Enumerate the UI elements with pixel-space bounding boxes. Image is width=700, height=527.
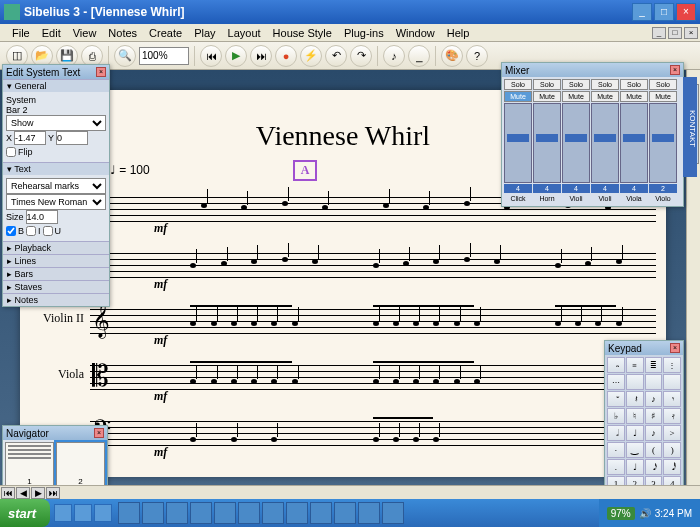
navigator-page-2[interactable]: 2 <box>56 442 105 488</box>
taskbar-item[interactable] <box>382 502 404 524</box>
keypad-tab[interactable]: 𝅝 <box>607 357 625 373</box>
color-button[interactable]: 🎨 <box>441 45 463 67</box>
taskbar-item[interactable] <box>166 502 188 524</box>
volume-fader[interactable] <box>504 103 532 183</box>
menu-edit[interactable]: Edit <box>36 25 67 41</box>
flip-checkbox[interactable] <box>6 147 16 157</box>
quicklaunch-desktop-icon[interactable] <box>94 504 112 522</box>
section-bars[interactable]: ▸ Bars <box>3 267 109 280</box>
parts-button[interactable]: ⎯ <box>408 45 430 67</box>
keypad-button[interactable]: 𝄾 <box>663 391 681 407</box>
taskbar-item[interactable] <box>142 502 164 524</box>
keypad-button[interactable]: ♩ <box>626 459 644 475</box>
menu-window[interactable]: Window <box>390 25 441 41</box>
solo-button[interactable]: Solo <box>591 79 619 90</box>
page-next-button[interactable]: ▶ <box>31 487 45 499</box>
keypad-button[interactable]: 𝅗𝅥 <box>607 425 625 441</box>
zoom-button[interactable]: 🔍 <box>114 45 136 67</box>
flexi-button[interactable]: ⚡ <box>300 45 322 67</box>
staff-cello[interactable]: Violoncello 𝄢 mf <box>90 409 656 465</box>
taskbar-item[interactable] <box>310 502 332 524</box>
redo-button[interactable]: ↷ <box>350 45 372 67</box>
keypad-button[interactable]: ♪ <box>645 391 663 407</box>
forward-button[interactable]: ⏭ <box>250 45 272 67</box>
keypad-button[interactable]: 𝅘𝅥𝅰 <box>663 459 681 475</box>
mute-button[interactable]: Mute <box>591 91 619 102</box>
keypad-button[interactable]: 𝄻 <box>607 391 625 407</box>
close-button[interactable]: × <box>676 3 696 21</box>
italic-checkbox[interactable] <box>26 226 36 236</box>
keypad-button[interactable]: ♯ <box>645 408 663 424</box>
navigator-page-1[interactable]: 1 <box>5 442 54 488</box>
rewind-button[interactable]: ⏮ <box>200 45 222 67</box>
panel-close-button[interactable]: × <box>96 67 106 77</box>
volume-fader[interactable] <box>562 103 590 183</box>
solo-button[interactable]: Solo <box>620 79 648 90</box>
x-input[interactable] <box>14 131 46 145</box>
keypad-button[interactable]: > <box>663 425 681 441</box>
quicklaunch-ie-icon[interactable] <box>54 504 72 522</box>
underline-checkbox[interactable] <box>43 226 53 236</box>
taskbar-item[interactable] <box>118 502 140 524</box>
page-first-button[interactable]: ⏮ <box>1 487 15 499</box>
menu-view[interactable]: View <box>67 25 103 41</box>
taskbar-item[interactable] <box>262 502 284 524</box>
solo-button[interactable]: Solo <box>504 79 532 90</box>
menu-layout[interactable]: Layout <box>222 25 267 41</box>
menu-notes[interactable]: Notes <box>102 25 143 41</box>
menu-house-style[interactable]: House Style <box>267 25 338 41</box>
taskbar-item[interactable] <box>214 502 236 524</box>
volume-fader[interactable] <box>533 103 561 183</box>
keypad-button[interactable]: ) <box>663 442 681 458</box>
keypad-tab[interactable]: ⋯ <box>607 374 625 390</box>
section-general[interactable]: ▾ General <box>3 79 109 92</box>
keypad-button[interactable]: ( <box>645 442 663 458</box>
keypad-button[interactable]: ♩ <box>626 425 644 441</box>
keypad-button[interactable]: . <box>607 459 625 475</box>
bold-checkbox[interactable] <box>6 226 16 236</box>
show-select[interactable]: Show <box>6 115 106 131</box>
section-notes[interactable]: ▸ Notes <box>3 293 109 306</box>
y-input[interactable] <box>56 131 88 145</box>
start-button[interactable]: start <box>0 499 50 527</box>
keypad-button[interactable]: 𝅘𝅥𝅯 <box>645 459 663 475</box>
taskbar-item[interactable] <box>334 502 356 524</box>
taskbar-item[interactable] <box>190 502 212 524</box>
keypad-button[interactable]: ♮ <box>626 408 644 424</box>
mute-button[interactable]: Mute <box>562 91 590 102</box>
menu-plugins[interactable]: Plug-ins <box>338 25 390 41</box>
keypad-button[interactable]: 𝄿 <box>663 408 681 424</box>
maximize-button[interactable]: □ <box>654 3 674 21</box>
keypad-button[interactable]: 𝄽 <box>626 391 644 407</box>
keypad-button[interactable]: ‿ <box>626 442 644 458</box>
quicklaunch-mail-icon[interactable] <box>74 504 92 522</box>
doc-close-button[interactable]: × <box>684 27 698 39</box>
style-select[interactable]: Rehearsal marks <box>6 178 106 194</box>
mute-button[interactable]: Mute <box>649 91 677 102</box>
keypad-button[interactable]: · <box>607 442 625 458</box>
volume-fader[interactable] <box>649 103 677 183</box>
record-button[interactable]: ● <box>275 45 297 67</box>
minimize-button[interactable]: _ <box>632 3 652 21</box>
navigator-close-button[interactable]: × <box>94 428 104 438</box>
menu-file[interactable]: File <box>6 25 36 41</box>
keypad-tab[interactable]: ≡ <box>626 357 644 373</box>
doc-minimize-button[interactable]: _ <box>652 27 666 39</box>
page-last-button[interactable]: ⏭ <box>46 487 60 499</box>
play-button[interactable]: ▶ <box>225 45 247 67</box>
page-prev-button[interactable]: ◀ <box>16 487 30 499</box>
doc-restore-button[interactable]: □ <box>668 27 682 39</box>
keypad-tab[interactable]: ⋮ <box>663 357 681 373</box>
keypad-close-button[interactable]: × <box>670 343 680 353</box>
keypad-tab[interactable]: ≣ <box>645 357 663 373</box>
mute-button[interactable]: Mute <box>504 91 532 102</box>
menu-play[interactable]: Play <box>188 25 221 41</box>
undo-button[interactable]: ↶ <box>325 45 347 67</box>
section-playback[interactable]: ▸ Playback <box>3 241 109 254</box>
tray-icon[interactable]: 🔊 <box>639 508 651 519</box>
size-input[interactable] <box>26 210 58 224</box>
solo-button[interactable]: Solo <box>562 79 590 90</box>
taskbar-item[interactable] <box>286 502 308 524</box>
volume-fader[interactable] <box>620 103 648 183</box>
solo-button[interactable]: Solo <box>533 79 561 90</box>
